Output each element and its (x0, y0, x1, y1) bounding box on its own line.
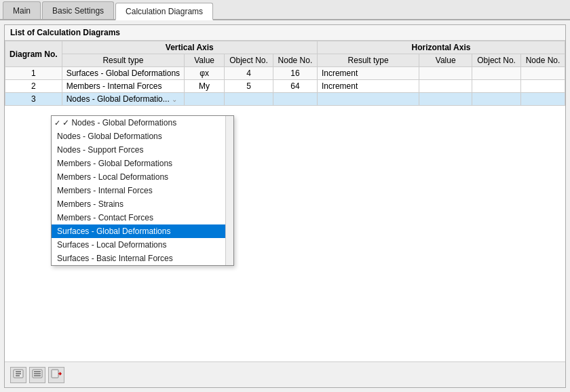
tab-bar: Main Basic Settings Calculation Diagrams (0, 0, 570, 20)
table-cell[interactable] (419, 80, 472, 93)
add-icon (13, 369, 24, 380)
table-cell[interactable] (521, 67, 565, 80)
table-cell[interactable] (472, 93, 521, 106)
dropdown-item[interactable]: Nodes - Global Deformations (52, 130, 233, 143)
th-vertical-axis-group: Vertical Axis (62, 41, 317, 54)
tab-main-label: Main (13, 6, 31, 16)
table-cell[interactable] (317, 93, 419, 106)
dropdown-item[interactable]: Surfaces - Global Deformations (52, 224, 233, 238)
table-cell[interactable] (225, 93, 273, 106)
tab-main[interactable]: Main (3, 1, 41, 19)
list-icon (32, 369, 43, 380)
table-cell[interactable]: 5 (225, 80, 273, 93)
section-title-text: List of Calculation Diagrams (10, 28, 120, 37)
list-button[interactable] (29, 367, 45, 383)
dropdown-item[interactable]: Members - Global Deformations (52, 157, 233, 170)
th-h-result-type: Result type (317, 54, 419, 67)
table-cell[interactable]: 64 (273, 80, 317, 93)
th-diag-no: Diagram No. (5, 41, 62, 67)
table-cell[interactable] (521, 80, 565, 93)
table-cell[interactable] (472, 80, 521, 93)
table-cell[interactable] (419, 93, 472, 106)
table-cell[interactable]: Increment (317, 67, 419, 80)
table-cell[interactable]: φx (185, 67, 225, 80)
table-cell[interactable]: Nodes - Global Deformatio... ⌄ (62, 93, 184, 106)
dropdown-item[interactable]: Members - Strains (52, 197, 233, 211)
table-cell[interactable] (521, 93, 565, 106)
content-wrapper: List of Calculation Diagrams Diagram No.… (0, 20, 570, 392)
dropdown-item[interactable]: ✓ Nodes - Global Deformations (52, 116, 233, 130)
result-type-dropdown[interactable]: ✓ Nodes - Global Deformations Nodes - Gl… (51, 115, 234, 266)
table-row[interactable]: 3Nodes - Global Deformatio... ⌄ (5, 93, 565, 106)
table-cell[interactable]: Surfaces - Global Deformations (62, 67, 184, 80)
th-v-object-no: Object No. (225, 54, 273, 67)
dropdown-item[interactable]: Surfaces - Basic Internal Forces (52, 252, 233, 265)
tab-basic-settings[interactable]: Basic Settings (42, 1, 114, 19)
tab-calculation-diagrams-label: Calculation Diagrams (126, 7, 203, 16)
table-row[interactable]: 2Members - Internal ForcesMy564Increment (5, 80, 565, 93)
dropdown-item[interactable]: Members - Contact Forces (52, 211, 233, 224)
bottom-toolbar (5, 361, 565, 387)
table-cell[interactable]: My (185, 80, 225, 93)
table-cell[interactable]: 4 (225, 67, 273, 80)
section-title: List of Calculation Diagrams (5, 25, 565, 41)
table-cell[interactable]: 3 (5, 93, 62, 106)
th-horizontal-axis-group: Horizontal Axis (317, 41, 565, 54)
dropdown-item[interactable]: Members - Local Deformations (52, 170, 233, 184)
export-icon (51, 369, 62, 380)
table-row[interactable]: 1Surfaces - Global Deformationsφx416Incr… (5, 67, 565, 80)
table-wrapper: Diagram No. Vertical Axis Horizontal Axi… (5, 41, 565, 387)
th-h-value: Value (419, 54, 472, 67)
dropdown-scrollbar[interactable] (225, 116, 233, 265)
table-cell[interactable]: 16 (273, 67, 317, 80)
table-cell[interactable]: Members - Internal Forces (62, 80, 184, 93)
table-cell[interactable] (273, 93, 317, 106)
table-cell[interactable]: 2 (5, 80, 62, 93)
table-cell[interactable]: 1 (5, 67, 62, 80)
table-cell[interactable] (185, 93, 225, 106)
th-h-object-no: Object No. (472, 54, 521, 67)
th-v-node-no: Node No. (273, 54, 317, 67)
tab-calculation-diagrams[interactable]: Calculation Diagrams (115, 3, 213, 20)
dropdown-item[interactable]: Members - Internal Forces (52, 184, 233, 197)
table-cell[interactable] (472, 67, 521, 80)
table-cell[interactable]: Increment (317, 80, 419, 93)
th-v-value: Value (185, 54, 225, 67)
dropdown-item[interactable]: Surfaces - Local Deformations (52, 238, 233, 252)
dropdown-item[interactable]: Nodes - Support Forces (52, 143, 233, 157)
export-button[interactable] (48, 367, 64, 383)
diagram-table: Diagram No. Vertical Axis Horizontal Axi… (5, 41, 565, 106)
add-row-button[interactable] (10, 367, 26, 383)
table-cell[interactable] (419, 67, 472, 80)
th-v-result-type: Result type (62, 54, 184, 67)
tab-basic-settings-label: Basic Settings (52, 6, 104, 16)
th-h-node-no: Node No. (521, 54, 565, 67)
inner-box: List of Calculation Diagrams Diagram No.… (4, 24, 566, 388)
svg-rect-8 (52, 370, 58, 378)
page-wrapper: Main Basic Settings Calculation Diagrams… (0, 0, 570, 392)
